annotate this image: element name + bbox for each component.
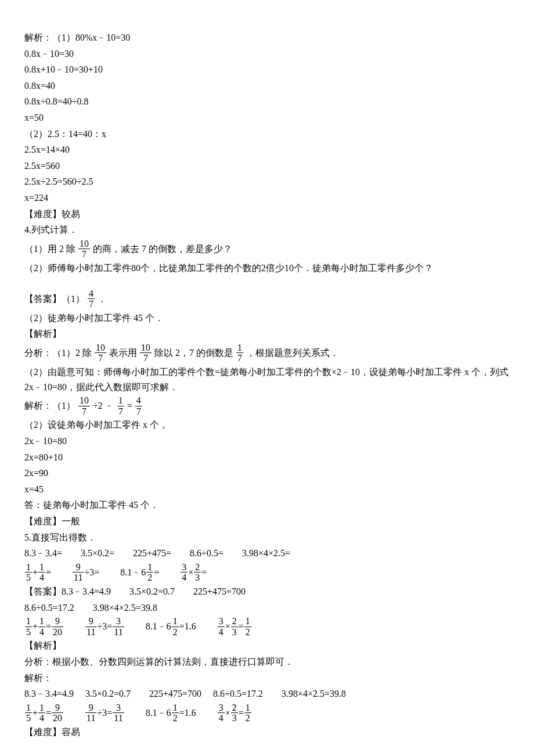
answer-label: 【答案】（1） xyxy=(24,294,85,304)
answer-2: （2）徒弟每小时加工零件 45 个． xyxy=(24,311,510,326)
equation: 2x=90 xyxy=(24,466,510,481)
fraction: 23 xyxy=(194,562,201,583)
fraction: 15 xyxy=(25,562,32,583)
solution-line: 0.8x+10﹣10=30+10 xyxy=(24,62,510,77)
answer-1: 【答案】（1） 47 ． xyxy=(24,289,510,309)
text: ． xyxy=(98,294,107,304)
op: = xyxy=(154,567,159,577)
fraction: 107 xyxy=(78,395,90,416)
fraction: 34 xyxy=(181,562,187,583)
solution-line: 0.8x=40 xyxy=(24,78,510,93)
question-1: （1）用 2 除 107 的商，减去 7 的倒数，差是多少？ xyxy=(24,239,510,260)
difficulty-label: 【难度】一般 xyxy=(24,514,510,529)
op: × xyxy=(225,621,230,631)
fraction: 34 xyxy=(218,616,225,637)
op: + xyxy=(33,567,38,577)
text: 8.1﹣6 xyxy=(146,708,171,718)
solution-line: （2）2.5：14=40：x xyxy=(24,127,510,142)
answer-row: 【答案】8.3﹣3.4=4.9 3.5×0.2=0.7 225+475=700 xyxy=(24,584,510,599)
analysis-2: （2）由题意可知：师傅每小时加工的零件个数=徒弟每小时加工零件的个数×2﹣10，… xyxy=(24,365,510,394)
solution-row-fractions: 15+14=920 911÷3=311 8.1﹣612=1.6 34×23=12 xyxy=(24,703,510,723)
text: ，根据题意列关系式． xyxy=(246,348,339,358)
fraction: 920 xyxy=(52,616,63,637)
text: 除以 2，7 的倒数是 xyxy=(154,348,233,358)
fraction: 14 xyxy=(38,562,45,583)
question-heading: 5.直接写出得数． xyxy=(24,530,510,545)
op: = xyxy=(46,567,51,577)
analysis-label: 【解析】 xyxy=(24,326,510,341)
final-answer: 答：徒弟每小时加工零件 45 个． xyxy=(24,498,510,513)
fraction: 107 xyxy=(95,343,106,363)
op: =1.6 xyxy=(179,708,196,718)
text: 表示用 xyxy=(109,348,137,358)
fraction: 311 xyxy=(113,703,124,723)
op: + xyxy=(33,708,38,718)
text: 的商，减去 7 的倒数，差是多少？ xyxy=(93,244,232,254)
equation: 2x﹣10=80 xyxy=(24,434,510,449)
solution-line: 解析：（1）80%x﹣10=30 xyxy=(24,30,510,45)
fraction: 12 xyxy=(172,703,179,723)
fraction: 311 xyxy=(113,616,124,637)
op: =1.6 xyxy=(179,621,196,631)
text: = xyxy=(127,401,135,411)
fraction: 34 xyxy=(218,703,225,723)
question-2: （2）师傅每小时加工零件80个，比徒弟加工零件的个数的2倍少10个．徒弟每小时加… xyxy=(24,261,510,276)
solution-line: 2.5x=560 xyxy=(24,159,510,174)
difficulty-label: 【难度】较易 xyxy=(24,207,510,222)
op: × xyxy=(225,708,230,718)
fraction: 911 xyxy=(85,703,96,723)
fraction: 15 xyxy=(25,703,32,723)
solution-2-setup: （2）设徒弟每小时加工零件 x 个， xyxy=(24,417,510,433)
fraction: 15 xyxy=(25,616,32,637)
difficulty-label: 【难度】容易 xyxy=(24,725,510,740)
fraction: 107 xyxy=(78,239,90,260)
solution-1: 解析：（1） 107 ÷2 ﹣ 17 = 47 xyxy=(24,395,510,416)
solution-line: x=50 xyxy=(24,110,510,125)
fraction: 17 xyxy=(236,343,243,363)
fraction: 14 xyxy=(38,616,45,637)
op: ÷3= xyxy=(97,708,112,718)
op: = xyxy=(239,621,244,631)
op: = xyxy=(46,708,51,718)
equation: 2x=80+10 xyxy=(24,450,510,465)
text: ÷2 ﹣ xyxy=(93,401,114,411)
answer-row-fractions: 15+14=920 911÷3=311 8.1﹣612=1.6 34×23=12 xyxy=(24,616,510,637)
solution-line: 0.8x﹣10=30 xyxy=(24,46,510,62)
analysis-text: 分析：根据小数、分数四则运算的计算法则，直接进行口算即可． xyxy=(24,654,510,669)
fraction: 17 xyxy=(117,395,124,416)
solution-line: 0.8x÷0.8=40÷0.8 xyxy=(24,94,510,109)
solution-line: x=224 xyxy=(24,190,510,206)
solution-line: 2.5x=14×40 xyxy=(24,142,510,157)
op: + xyxy=(33,621,38,631)
solution-label: 解析： xyxy=(24,671,510,686)
fraction: 12 xyxy=(244,616,251,637)
fraction: 12 xyxy=(244,703,251,723)
fraction: 47 xyxy=(135,395,142,416)
fraction: 23 xyxy=(231,616,238,637)
fraction: 14 xyxy=(38,703,45,723)
question-row-fractions: 15+14= 911÷3= 8.1﹣612= 34×23= xyxy=(24,562,510,583)
fraction: 47 xyxy=(88,289,95,309)
analysis-1: 分析：（1）2 除 107 表示用 107 除以 2，7 的倒数是 17 ，根据… xyxy=(24,343,510,363)
op: × xyxy=(188,567,193,577)
op: ÷3= xyxy=(84,567,99,577)
text: 分析：（1）2 除 xyxy=(24,348,92,358)
text: 解析：（1） xyxy=(24,401,75,411)
text: 8.1﹣6 xyxy=(146,621,171,631)
analysis-label: 【解析】 xyxy=(24,638,510,653)
op: ÷3= xyxy=(97,621,112,631)
solution-line: 2.5x÷2.5=560÷2.5 xyxy=(24,174,510,189)
fraction: 911 xyxy=(73,562,84,583)
solution-row: 8.3﹣3.4=4.9 3.5×0.2=0.7 225+475=700 8.6÷… xyxy=(24,686,510,701)
text: 8.1﹣6 xyxy=(120,567,146,577)
fraction: 911 xyxy=(85,616,96,637)
op: = xyxy=(239,708,244,718)
fraction: 107 xyxy=(140,343,151,363)
fraction: 920 xyxy=(52,703,63,723)
fraction: 23 xyxy=(231,703,238,723)
question-row: 8.3﹣3.4= 3.5×0.2= 225+475= 8.6÷0.5= 3.98… xyxy=(24,546,510,561)
question-heading: 4.列式计算． xyxy=(24,222,510,237)
fraction: 12 xyxy=(146,562,153,583)
op: = xyxy=(46,621,51,631)
answer-row: 8.6÷0.5=17.2 3.98×4×2.5=39.8 xyxy=(24,600,510,615)
